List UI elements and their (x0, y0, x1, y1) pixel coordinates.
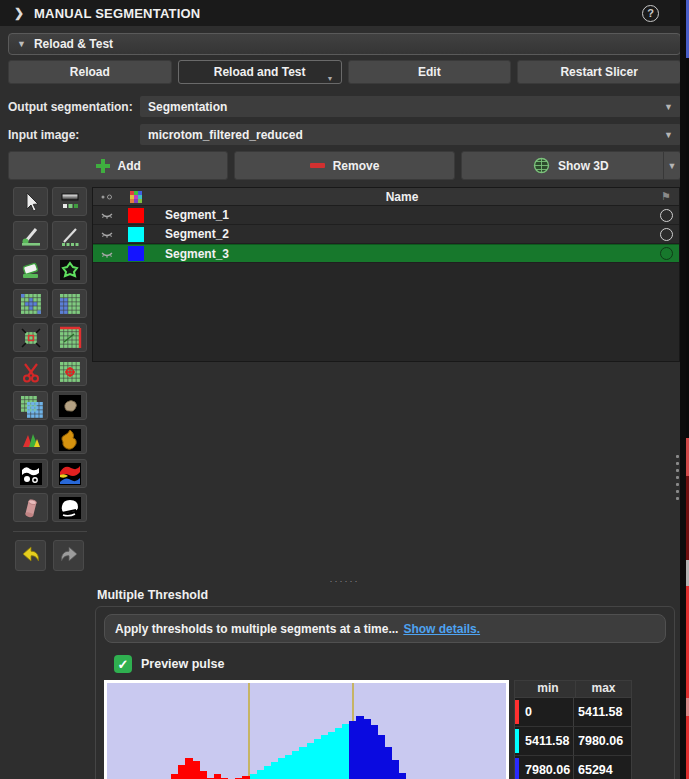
segment-status[interactable] (653, 209, 679, 222)
margin-button[interactable] (13, 323, 48, 352)
fill-between-slices-button[interactable] (52, 289, 87, 318)
histogram-bar (399, 773, 406, 779)
hollow-button[interactable] (52, 323, 87, 352)
collapse-chevron-icon[interactable]: ❯ (14, 6, 24, 20)
reload-button[interactable]: Reload (8, 60, 172, 84)
help-icon[interactable]: ? (642, 5, 659, 22)
segment-color-swatch[interactable] (120, 208, 151, 223)
fast-marching-button[interactable] (52, 425, 87, 454)
effects-toolbar (0, 187, 92, 571)
segment-row-segment_3[interactable]: Segment_3 (93, 244, 679, 263)
hollow-icon (58, 326, 82, 350)
multiple-threshold-title: Multiple Threshold (97, 588, 689, 602)
erase-button[interactable] (13, 255, 48, 284)
paint-button[interactable] (13, 221, 48, 250)
grow-from-seeds-icon (19, 292, 43, 316)
show-3d-dropdown-arrow[interactable]: ▼ (663, 152, 680, 179)
edit-button[interactable]: Edit (348, 60, 512, 84)
smoothing-button[interactable] (13, 459, 48, 488)
draw-tube-button[interactable] (13, 493, 48, 522)
eye-closed-icon (100, 249, 114, 259)
level-tracing-icon (58, 258, 82, 282)
minmax-row[interactable]: 5411.58 7980.06 (515, 727, 631, 756)
name-column-header[interactable]: Name (151, 190, 653, 204)
watershed-button[interactable] (13, 425, 48, 454)
cursor-arrow-button[interactable] (13, 187, 48, 216)
grow-from-seeds-button[interactable] (13, 289, 48, 318)
segment-table-header: Name ⚑ (93, 188, 679, 206)
joint-smoothing-button[interactable] (52, 459, 87, 488)
reload-and-test-button[interactable]: Reload and Test ▼ (178, 60, 342, 84)
histogram-bar (178, 765, 185, 779)
eye-column-icon (100, 192, 113, 202)
chevron-down-icon: ▼ (664, 130, 673, 140)
status-column-header[interactable]: ⚑ (653, 190, 679, 203)
margin-icon (19, 326, 43, 350)
output-segmentation-select[interactable]: Segmentation ▼ (140, 96, 681, 117)
input-image-select[interactable]: microtom_filtered_reduced ▼ (140, 124, 681, 145)
min-value-cell[interactable]: 7980.06 (521, 756, 574, 779)
eye-closed-icon (100, 210, 114, 220)
preview-pulse-checkbox[interactable]: ✓ (114, 655, 132, 673)
restart-slicer-button[interactable]: Restart Slicer (517, 60, 681, 84)
redo-button[interactable] (53, 540, 84, 571)
segment-color-swatch[interactable] (120, 227, 151, 242)
vertical-splitter-handle[interactable] (676, 455, 680, 500)
max-value-cell[interactable]: 5411.58 (574, 698, 631, 726)
surface-cut-button[interactable] (52, 493, 87, 522)
watershed-icon (19, 428, 43, 452)
max-value-cell[interactable]: 7980.06 (574, 727, 631, 755)
segment-table: Name ⚑ Segment_1 Segment_2 Segment_3 (92, 187, 680, 362)
segment-visibility-toggle[interactable] (93, 229, 120, 239)
segment-row-segment_1[interactable]: Segment_1 (93, 206, 679, 225)
histogram-bar (299, 747, 306, 779)
segment-name[interactable]: Segment_3 (151, 247, 653, 261)
histogram-bar (378, 735, 385, 779)
draw-icon (58, 224, 82, 248)
color-column-header[interactable] (120, 191, 151, 203)
reload-test-section-header[interactable]: ▼ Reload & Test (8, 33, 681, 55)
status-circle-icon (660, 247, 673, 260)
segment-color-stripe (515, 729, 519, 753)
output-segmentation-row: Output segmentation: Segmentation ▼ (8, 96, 681, 117)
histogram-bar (349, 721, 356, 779)
add-segment-button[interactable]: Add (8, 151, 228, 180)
threshold-line[interactable] (248, 683, 250, 779)
segment-visibility-toggle[interactable] (93, 249, 120, 259)
flag-icon: ⚑ (661, 190, 671, 203)
minmax-row[interactable]: 7980.06 65294 (515, 756, 631, 779)
histogram-bar (364, 719, 371, 779)
mask-volume-button[interactable] (52, 391, 87, 420)
min-column-header[interactable]: min (521, 681, 576, 697)
segment-visibility-toggle[interactable] (93, 210, 120, 220)
panel-splitter-handle[interactable]: ······ (0, 576, 689, 586)
segment-color-swatch[interactable] (120, 246, 151, 261)
min-value-cell[interactable]: 0 (521, 698, 574, 726)
histogram-widget[interactable]: 200040006000800010000 (104, 680, 509, 779)
islands-button[interactable] (52, 357, 87, 386)
segment-name[interactable]: Segment_1 (151, 208, 653, 222)
minmax-row[interactable]: 0 5411.58 (515, 698, 631, 727)
histogram-bar (214, 774, 221, 779)
show-details-link[interactable]: Show details. (403, 622, 480, 636)
max-value-cell[interactable]: 65294 (574, 756, 631, 779)
threshold-button[interactable] (52, 187, 87, 216)
segment-status[interactable] (653, 247, 679, 260)
undo-button[interactable] (15, 540, 46, 571)
histogram-plot[interactable] (107, 683, 506, 779)
logical-operators-button[interactable] (13, 391, 48, 420)
fast-marching-icon (58, 428, 82, 452)
segment-name[interactable]: Segment_2 (151, 227, 653, 241)
scissors-button[interactable] (13, 357, 48, 386)
show-3d-button[interactable]: Show 3D ▼ (461, 151, 681, 180)
level-tracing-button[interactable] (52, 255, 87, 284)
draw-button[interactable] (52, 221, 87, 250)
remove-segment-button[interactable]: Remove (234, 151, 454, 180)
visibility-column-header[interactable] (93, 192, 120, 202)
min-value-cell[interactable]: 5411.58 (521, 727, 574, 755)
segment-status[interactable] (653, 228, 679, 241)
smoothing-icon (19, 462, 43, 486)
max-column-header[interactable]: max (576, 681, 631, 697)
remove-label: Remove (333, 159, 380, 173)
segment-row-segment_2[interactable]: Segment_2 (93, 225, 679, 244)
